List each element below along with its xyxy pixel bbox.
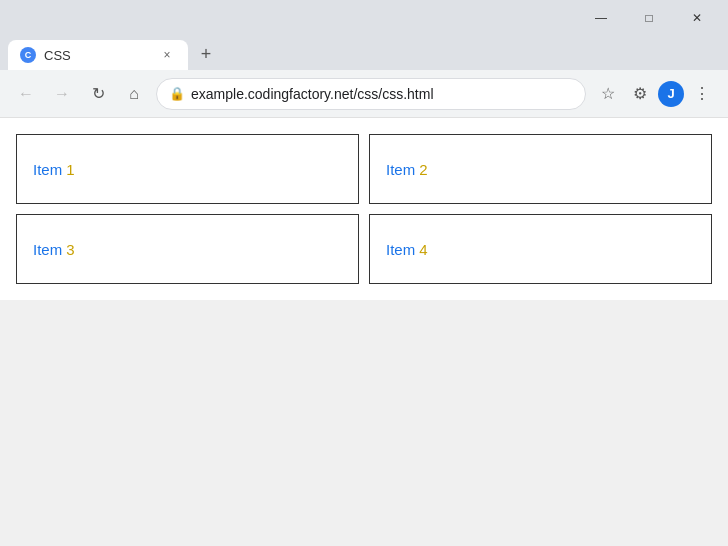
grid-item-item-4: Item 4 <box>369 214 712 284</box>
item-number: 1 <box>66 161 74 178</box>
grid-item-item-2: Item 2 <box>369 134 712 204</box>
active-tab[interactable]: C CSS × <box>8 40 188 70</box>
extensions-button[interactable]: ⚙ <box>626 80 654 108</box>
new-tab-button[interactable]: + <box>192 40 220 68</box>
refresh-button[interactable]: ↻ <box>84 80 112 108</box>
menu-button[interactable]: ⋮ <box>688 80 716 108</box>
tab-title: CSS <box>44 48 150 63</box>
address-input-wrap[interactable]: 🔒 example.codingfactory.net/css/css.html <box>156 78 586 110</box>
item-number: 4 <box>419 241 427 258</box>
maximize-button[interactable]: □ <box>626 0 672 35</box>
item-label: Item 1 <box>33 161 75 178</box>
grid-item-item-1: Item 1 <box>16 134 359 204</box>
tab-close-button[interactable]: × <box>158 46 176 64</box>
grid-item-item-3: Item 3 <box>16 214 359 284</box>
profile-avatar[interactable]: J <box>658 81 684 107</box>
item-number: 3 <box>66 241 74 258</box>
url-display: example.codingfactory.net/css/css.html <box>191 86 573 102</box>
item-number: 2 <box>419 161 427 178</box>
back-button[interactable]: ← <box>12 80 40 108</box>
minimize-button[interactable]: — <box>578 0 624 35</box>
address-actions: ☆ ⚙ J ⋮ <box>594 80 716 108</box>
titlebar: — □ ✕ <box>0 0 728 35</box>
item-label: Item 3 <box>33 241 75 258</box>
forward-button[interactable]: → <box>48 80 76 108</box>
window-controls: — □ ✕ <box>578 0 720 35</box>
tab-bar: C CSS × + <box>0 35 728 70</box>
close-button[interactable]: ✕ <box>674 0 720 35</box>
bookmark-button[interactable]: ☆ <box>594 80 622 108</box>
page-content: Item 1Item 2Item 3Item 4 <box>0 118 728 300</box>
tab-favicon: C <box>20 47 36 63</box>
item-label: Item 2 <box>386 161 428 178</box>
lock-icon: 🔒 <box>169 86 185 101</box>
address-bar: ← → ↻ ⌂ 🔒 example.codingfactory.net/css/… <box>0 70 728 118</box>
item-label: Item 4 <box>386 241 428 258</box>
home-button[interactable]: ⌂ <box>120 80 148 108</box>
